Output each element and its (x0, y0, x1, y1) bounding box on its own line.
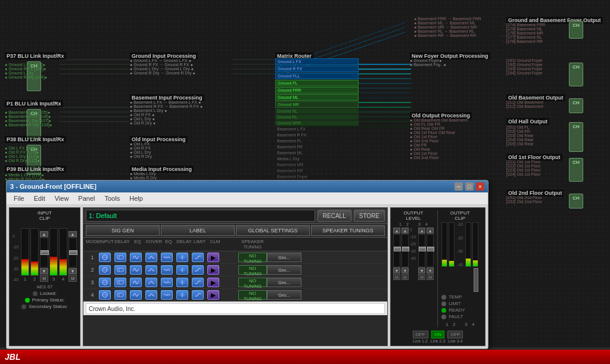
menu-view[interactable]: View (50, 194, 74, 203)
menu-tools[interactable]: Tools (100, 194, 125, 203)
fader-down-1[interactable]: ▼ (40, 268, 48, 274)
ch2-delay-btn[interactable] (114, 265, 126, 275)
scroll-thumb[interactable] (474, 268, 478, 292)
ch3-no-tuning[interactable]: NO TUNING (238, 278, 267, 287)
output-fader-down-1[interactable]: ▼ (393, 267, 400, 273)
ch3-delay2-btn[interactable] (176, 278, 188, 287)
ch4-gro[interactable]: Gro... (267, 290, 301, 300)
output-fader-track-2[interactable] (402, 234, 409, 267)
preset-input[interactable] (86, 210, 315, 222)
ch2-xover-btn[interactable] (145, 265, 157, 275)
output-fader-up-4[interactable]: ▲ (427, 228, 434, 234)
output-fader-up-1[interactable]: ▲ (393, 228, 400, 234)
output-fader-track-4[interactable] (427, 234, 434, 267)
fault-dot (441, 315, 446, 319)
ch-foyer: CH (569, 21, 583, 39)
output-mute-1[interactable]: M (393, 274, 400, 280)
ch2-clm-btn[interactable]: ► (207, 265, 219, 275)
output-fader-down-4[interactable]: ▼ (427, 267, 434, 273)
recall-btn[interactable]: RECALL (318, 210, 351, 222)
ch3-limit-btn[interactable] (192, 278, 204, 287)
output-fader-thumb-3[interactable] (419, 247, 426, 251)
ch4-no-tuning[interactable]: NO TUNING (238, 290, 267, 300)
output-fader-down-3[interactable]: ▼ (418, 267, 425, 273)
ch2-eq2-btn[interactable] (161, 265, 173, 275)
output-fader-up-2[interactable]: ▲ (402, 228, 409, 234)
fader-down-2[interactable]: ▼ (69, 268, 77, 274)
fader-track-1[interactable] (40, 238, 48, 267)
store-btn[interactable]: STORE (354, 210, 385, 222)
global-settings-btn[interactable]: GLOBAL SETTINGS (236, 225, 310, 236)
close-btn[interactable]: × (476, 182, 484, 191)
ch1-gro[interactable]: Gro... (267, 253, 301, 262)
ch4-limit-btn[interactable] (192, 290, 204, 300)
menu-panel[interactable]: Panel (73, 194, 99, 203)
sig-gen-btn[interactable]: SIG GEN (86, 225, 160, 236)
ch3-eq-btn[interactable] (130, 278, 142, 287)
output-fader-thumb-1[interactable] (394, 247, 401, 251)
link-2-3-btn[interactable]: ON (431, 331, 444, 338)
ch3-xover-btn[interactable] (145, 278, 157, 287)
output-fader-up-3[interactable]: ▲ (418, 228, 425, 234)
ch3-eq2-btn[interactable] (161, 278, 173, 287)
minimize-btn[interactable]: ─ (455, 182, 463, 191)
ch3-delay-btn[interactable] (114, 278, 126, 287)
fader-thumb-1[interactable] (41, 250, 49, 255)
ch4-xover-btn[interactable] (145, 290, 157, 300)
menu-help[interactable]: Help (125, 194, 148, 203)
ch4-delay2-btn[interactable] (176, 290, 188, 300)
input-panel: INPUTCLIP 0 -10 -20 -30 -40 1 (9, 207, 80, 346)
fader-up-1[interactable]: ▲ (40, 231, 48, 237)
ch2-delay2-btn[interactable] (176, 265, 188, 275)
mute-btn-2[interactable]: M (69, 275, 77, 282)
ch1-delay2-btn[interactable] (176, 253, 188, 262)
ch2-limit-btn[interactable] (192, 265, 204, 275)
ch1-input-btn[interactable] (99, 253, 111, 262)
p37-signals: ● Ground L FX [101]● ● Ground R FX [102]… (5, 63, 47, 79)
output-fader-thumb-2[interactable] (402, 247, 409, 251)
link-1-2-btn[interactable]: OFF (413, 331, 428, 338)
menu-file[interactable]: File (9, 194, 29, 203)
maximize-btn[interactable]: □ (465, 182, 474, 191)
speaker-tunings-btn[interactable]: SPEAKER TUNINGS (311, 225, 385, 236)
ch1-xover-btn[interactable] (145, 253, 157, 262)
ch4-eq-btn[interactable] (130, 290, 142, 300)
fader-track-2[interactable] (69, 238, 77, 267)
output-mute-3[interactable]: M (418, 274, 425, 280)
ch4-delay-btn[interactable] (114, 290, 126, 300)
ch2-no-tuning[interactable]: NO TUNING (238, 265, 267, 275)
ch2-input-btn[interactable] (99, 265, 111, 275)
output-level-section: OUTPUTLEVEL 1 2 3 4 ▲ (393, 210, 483, 327)
ch4-clm-btn[interactable]: ► (207, 290, 219, 300)
ch1-limit-btn[interactable] (192, 253, 204, 262)
ch2-gro[interactable]: Gro... (267, 265, 301, 275)
fader-thumb-2[interactable] (69, 250, 77, 255)
clip-scale: -10 -20 -30 -40 (457, 222, 463, 267)
ch1-no-tuning[interactable]: NO TUNING (238, 253, 267, 262)
ch1-clm-btn[interactable]: ► (207, 253, 219, 262)
ch3-input-btn[interactable] (99, 278, 111, 287)
company-input[interactable] (86, 303, 385, 314)
output-fader-down-2[interactable]: ▼ (402, 267, 409, 273)
ch3-gro[interactable]: Gro... (267, 278, 301, 287)
label-btn[interactable]: LABEL (161, 225, 235, 236)
link-3-4-btn[interactable]: OFF (447, 331, 463, 338)
ch1-delay-btn[interactable] (114, 253, 126, 262)
eq-delay-header: EQ (161, 239, 176, 250)
jbl-bar: JBL (0, 350, 610, 364)
output-mute-2[interactable]: M (402, 274, 409, 280)
menu-edit[interactable]: Edit (29, 194, 50, 203)
ch1-eq2-btn[interactable] (161, 253, 173, 262)
ch4-eq2-btn[interactable] (161, 290, 173, 300)
ch1-eq-btn[interactable] (130, 253, 142, 262)
ch3-clm-btn[interactable]: ► (207, 278, 219, 287)
ch2-eq-btn[interactable] (130, 265, 142, 275)
output-mute-4[interactable]: M (427, 274, 434, 280)
fader-up-2[interactable]: ▲ (69, 231, 77, 237)
output-fader-track-1[interactable] (393, 234, 400, 267)
mute-btn-1[interactable]: M (40, 275, 48, 282)
output-fader-track-3[interactable] (418, 234, 425, 267)
ch4-input-btn[interactable] (99, 290, 111, 300)
output-fader-thumb-4[interactable] (427, 247, 434, 251)
fader-1-2: ▲ ▼ M (40, 231, 48, 282)
